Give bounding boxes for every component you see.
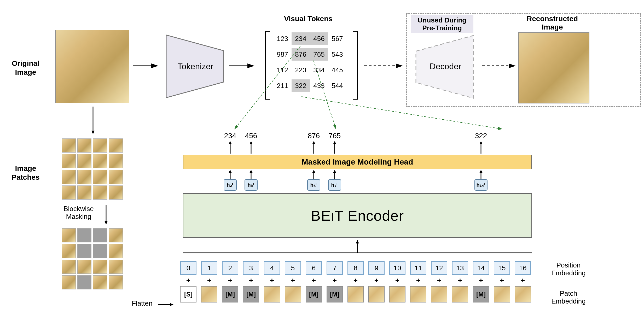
plus-row: +++++++++++++++++ — [180, 276, 533, 285]
plus-icon: + — [199, 276, 220, 285]
text: Unused DuringPre-Training — [418, 16, 466, 32]
patch-embedding-label: PatchEmbedding — [542, 289, 595, 305]
masked-patch — [77, 244, 91, 258]
visual-token-cell: 433 — [310, 79, 328, 92]
image-patch — [93, 138, 107, 153]
svg-marker-14 — [356, 240, 359, 243]
plus-icon: + — [178, 276, 199, 285]
position-index: 6 — [306, 261, 322, 275]
flatten-label: Flatten — [126, 299, 158, 307]
text: Visual Tokens — [284, 15, 333, 23]
image-patch — [62, 170, 76, 184]
masked-patch — [77, 228, 91, 242]
hidden-state-box: h₇ᴸ — [328, 179, 341, 191]
plus-icon: + — [262, 276, 282, 285]
position-index: 0 — [180, 261, 196, 275]
image-patches-label: ImagePatches — [5, 164, 47, 182]
image-patch — [62, 228, 76, 242]
patch-embedding-mask: [M] — [306, 286, 322, 302]
plus-icon: + — [303, 276, 324, 285]
svg-marker-18 — [229, 141, 232, 144]
position-index: 16 — [515, 261, 531, 275]
tokenizer-label: Tokenizer — [169, 62, 222, 71]
visual-token-cell: 322 — [292, 79, 310, 92]
svg-marker-9 — [105, 221, 108, 225]
svg-marker-20 — [250, 170, 253, 173]
image-patch — [109, 170, 123, 184]
blockwise-masking-label: BlockwiseMasking — [56, 205, 101, 220]
visual-token-cell: 987 — [273, 48, 292, 61]
patch-embedding-mask: [M] — [473, 286, 489, 302]
visual-token-cell: 211 — [273, 79, 292, 92]
image-patch — [109, 154, 123, 168]
unused-label: Unused DuringPre-Training — [411, 15, 473, 33]
patch-embedding — [368, 286, 385, 302]
visual-token-cell: 876 — [292, 48, 310, 61]
masked-patch — [93, 228, 107, 242]
svg-marker-30 — [333, 141, 336, 144]
hidden-state-box: h₆ᴸ — [307, 179, 320, 191]
position-index: 8 — [347, 261, 364, 275]
arrow-tokens-to-decoder — [362, 61, 407, 71]
svg-marker-22 — [250, 141, 253, 144]
position-index: 7 — [327, 261, 343, 275]
patch-embedding-mask: [M] — [327, 286, 343, 302]
plus-icon: + — [220, 276, 241, 285]
text: OriginalImage — [12, 59, 39, 76]
image-patch — [109, 275, 123, 289]
image-patch — [62, 154, 76, 168]
image-patch — [109, 260, 123, 274]
image-patch — [62, 244, 76, 258]
visual-token-cell: 123 — [273, 32, 292, 45]
patch-embedding-row: [S][M][M][M][M][M] — [180, 286, 531, 302]
visual-token-cell: 223 — [292, 64, 310, 76]
image-patch — [77, 170, 91, 184]
hidden-state-box: h₃ᴸ — [245, 179, 258, 191]
arrow-h-to-head — [311, 170, 317, 180]
arrow-h-to-head — [248, 170, 254, 180]
patch-embedding-start: [S] — [180, 286, 196, 302]
text: Flatten — [132, 299, 153, 307]
visual-token-cell: 544 — [328, 79, 346, 92]
bracket-left-icon — [262, 29, 273, 102]
mim-head: Masked Image Modeling Head — [183, 155, 532, 169]
plus-icon: + — [450, 276, 471, 285]
arrow-into-encoder — [183, 240, 532, 255]
text: Tokenizer — [178, 62, 213, 71]
image-patch — [77, 260, 91, 274]
image-patch — [62, 138, 76, 153]
plus-icon: + — [366, 276, 387, 285]
predicted-token: 876 — [304, 132, 323, 140]
patch-embedding — [285, 286, 301, 302]
plus-icon: + — [387, 276, 408, 285]
position-embedding-label: PositionEmbedding — [542, 261, 595, 277]
arrow-head-to-pred — [332, 141, 338, 155]
svg-marker-26 — [312, 141, 315, 144]
visual-token-cell: 456 — [310, 32, 328, 45]
plus-icon: + — [429, 276, 450, 285]
patch-embedding — [515, 286, 531, 302]
svg-marker-28 — [333, 170, 336, 173]
patch-embedding — [389, 286, 405, 302]
text: BlockwiseMasking — [63, 205, 94, 220]
image-patch — [77, 138, 91, 153]
original-image-label: OriginalImage — [5, 59, 47, 77]
visual-token-cell: 234 — [292, 32, 310, 45]
text: Decoder — [430, 62, 461, 71]
arrow-tokenizer-to-tokens — [227, 61, 258, 71]
plus-icon: + — [241, 276, 262, 285]
image-patches-grid — [62, 138, 124, 201]
arrow-h-to-head — [332, 170, 338, 180]
patch-embedding — [494, 286, 510, 302]
position-embedding-row: 012345678910111213141516 — [180, 261, 531, 275]
patch-embedding-mask: [M] — [243, 286, 259, 302]
patch-embedding — [264, 286, 280, 302]
visual-token-grid: 1232344565679878767655431122233344452113… — [273, 32, 349, 95]
arrow-h-to-head — [478, 170, 484, 180]
arrow-head-to-pred — [311, 141, 317, 155]
arrow-decoder-to-recon — [480, 61, 519, 71]
arrow-h-to-head — [227, 170, 233, 180]
predicted-token: 765 — [325, 132, 344, 140]
svg-marker-11 — [170, 303, 173, 306]
image-patch — [93, 170, 107, 184]
